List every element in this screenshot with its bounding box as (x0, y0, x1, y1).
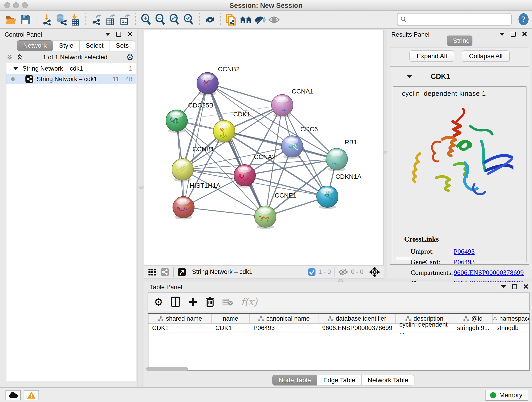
network-node-label[interactable]: CCNA2 (254, 153, 276, 160)
panel-menu-icon[interactable] (501, 285, 506, 288)
tab-network[interactable]: Network (17, 40, 53, 51)
table-cell[interactable]: stringdb:9... (453, 324, 493, 332)
save-session-icon[interactable] (18, 13, 32, 26)
gene-header-row[interactable]: CDK1 (390, 67, 529, 86)
export-network-icon[interactable] (89, 13, 104, 26)
search-input[interactable] (407, 16, 506, 23)
split-columns-icon[interactable] (171, 297, 180, 307)
open-file-icon[interactable] (4, 13, 18, 26)
table-cell[interactable]: P06493 (250, 324, 318, 332)
string-show-glass-icon[interactable] (267, 13, 281, 26)
column-type-icon (463, 316, 469, 321)
apply-layout-icon[interactable] (203, 13, 217, 26)
network-node-label[interactable]: CDK1 (233, 111, 250, 118)
export-image-icon[interactable] (118, 13, 132, 26)
left-splitter-handle[interactable] (139, 186, 144, 189)
network-graph[interactable]: CCNB2CCNA1CDC25BCDK1CDC6RB1CCNB1CCNA2CDK… (144, 30, 383, 264)
crosslink-value-link[interactable]: P06493 (454, 258, 475, 266)
grid-view-icon[interactable] (148, 268, 157, 276)
delete-column-icon[interactable] (206, 297, 215, 307)
table-cell[interactable]: stringdb (493, 324, 530, 332)
column-header-name[interactable]: name (212, 314, 250, 323)
function-builder-icon[interactable]: f(x) (241, 296, 257, 307)
help-button[interactable]: ? (517, 13, 530, 26)
network-node-label[interactable]: CCNE1 (275, 192, 297, 199)
table-row[interactable]: CDK1CDK1P064939606.ENSP00000378699cyclin… (148, 324, 529, 333)
panel-float-icon[interactable] (511, 32, 516, 37)
expand-all-icon[interactable] (16, 53, 24, 61)
export-table-icon[interactable] (104, 13, 118, 26)
network-node-label[interactable]: CCNB1 (192, 146, 214, 153)
column-type-icon (405, 316, 411, 321)
node-table[interactable]: shared namenamecanonical namedatabase id… (148, 313, 530, 371)
toolbar-separator (220, 13, 221, 26)
gene-symbol: CDK1 (431, 72, 450, 81)
import-table-icon[interactable] (68, 13, 82, 26)
gene-expander-icon[interactable] (407, 75, 412, 78)
zoom-selected-icon[interactable] (182, 13, 196, 26)
panel-close-icon[interactable]: ✕ (523, 284, 529, 289)
panel-menu-icon[interactable] (500, 33, 505, 36)
column-header-shared-name[interactable]: shared name (148, 314, 212, 323)
panel-float-icon[interactable] (512, 284, 517, 289)
network-node-label[interactable]: CCNB2 (218, 65, 240, 73)
results-scrollbar-stub[interactable] (396, 257, 412, 260)
crosslink-value-link[interactable]: P06493 (454, 248, 475, 255)
warnings-button[interactable] (24, 390, 39, 400)
selected-checkbox-icon[interactable] (308, 268, 316, 276)
panel-menu-icon[interactable] (105, 33, 110, 36)
table-cell[interactable]: 9606.ENSP00000378699 (318, 324, 396, 332)
pan-crosshair-icon[interactable] (369, 267, 380, 277)
open-in-window-icon[interactable] (177, 268, 186, 277)
panel-close-icon[interactable]: ✕ (127, 32, 133, 37)
delete-table-icon[interactable] (222, 298, 233, 306)
table-settings-gear-icon[interactable]: ⚙ (154, 296, 163, 308)
crosslink-value-link[interactable]: 9606.ENSP00000378699 (454, 269, 524, 276)
string-hide-glass-icon[interactable] (253, 13, 267, 26)
string-home-icon[interactable] (239, 13, 253, 26)
clone-network-icon[interactable] (224, 13, 239, 26)
horizontal-splitter-handle[interactable] (338, 279, 343, 282)
network-options-gear-icon[interactable]: ⚙ (126, 52, 134, 62)
network-canvas[interactable]: CCNB2CCNA1CDC25BCDK1CDC6RB1CCNB1CCNA2CDK… (144, 30, 384, 265)
add-column-icon[interactable] (188, 297, 198, 307)
network-node-label[interactable]: CDC25B (188, 102, 213, 109)
column-header--id[interactable]: @id (453, 314, 493, 323)
collapse-all-icon[interactable] (6, 53, 14, 61)
import-network-database-icon[interactable] (54, 13, 68, 26)
network-node-label[interactable]: CDKN1A (336, 173, 361, 180)
zoom-out-icon[interactable] (153, 13, 167, 26)
table-hscroll-thumb[interactable] (146, 367, 188, 371)
column-header-canonical-name[interactable]: canonical name (250, 314, 318, 323)
tab-style[interactable]: Style (53, 40, 80, 51)
tab-edge-table[interactable]: Edge Table (317, 375, 361, 385)
node-table-header: shared namenamecanonical namedatabase id… (148, 314, 529, 324)
network-node-label[interactable]: CCNA1 (292, 88, 313, 95)
network-view-icon[interactable] (160, 268, 170, 277)
zoom-in-icon[interactable] (139, 13, 153, 26)
tab-network-table[interactable]: Network Table (361, 375, 414, 385)
network-tree-child-row[interactable]: String Network – cdk1 11 48 (6, 74, 136, 84)
tab-select[interactable]: Select (80, 40, 110, 51)
column-header-namespace[interactable]: namespace (493, 314, 530, 323)
expand-all-button[interactable]: Expand All (409, 51, 454, 62)
tab-node-table[interactable]: Node Table (272, 375, 317, 385)
network-node-label[interactable]: RB1 (345, 139, 357, 146)
memory-button[interactable]: Memory (486, 390, 528, 401)
network-node-label[interactable]: HIST1H1A (190, 182, 220, 189)
tab-string[interactable]: String (447, 36, 472, 46)
network-tree-root-row[interactable]: String Network – cdk1 1 (6, 63, 136, 74)
tab-sets[interactable]: Sets (110, 40, 135, 51)
panel-close-icon[interactable]: ✕ (522, 32, 527, 37)
network-node-label[interactable]: CDC6 (300, 126, 318, 133)
import-network-file-icon[interactable] (40, 13, 54, 26)
table-cell[interactable]: CDK1 (148, 324, 212, 332)
tree-expander-icon[interactable] (13, 67, 18, 70)
column-header-database-identifier[interactable]: database identifier (318, 314, 396, 323)
table-cell[interactable]: CDK1 (212, 324, 250, 332)
cloud-button[interactable] (6, 390, 21, 400)
zoom-fit-icon[interactable] (167, 13, 182, 26)
panel-float-icon[interactable] (116, 32, 121, 37)
collapse-all-button[interactable]: Collapse All (462, 51, 510, 62)
table-cell[interactable]: cyclin–dependent ... (396, 324, 453, 332)
